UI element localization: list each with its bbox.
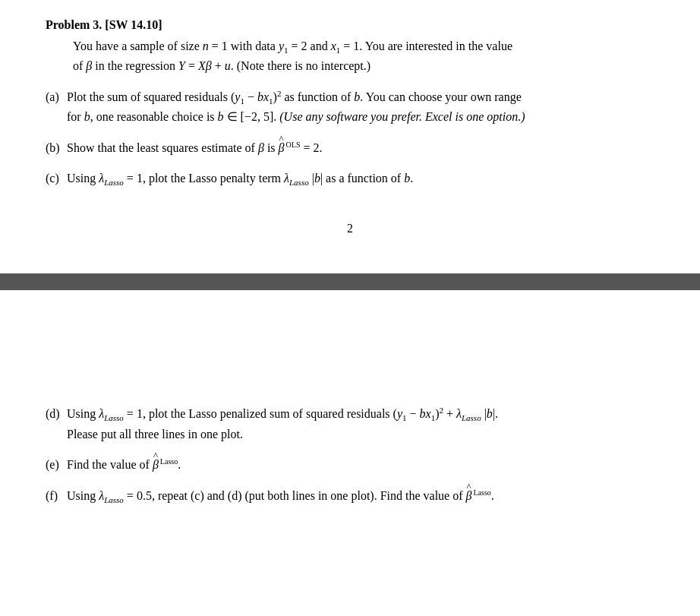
page-number: 2 (347, 222, 353, 235)
part-b: (b) Show that the least squares estimate… (46, 138, 654, 158)
part-d-content: Using λLasso = 1, plot the Lasso penaliz… (67, 404, 654, 444)
part-d: (d) Using λLasso = 1, plot the Lasso pen… (46, 404, 654, 444)
part-e-content: Find the value of β^ Lasso. (67, 455, 654, 475)
sw-ref: [SW 14.10] (105, 18, 162, 31)
part-c-label: (c) (46, 169, 67, 188)
part-b-label: (b) (46, 138, 67, 158)
problem-title-line: Problem 3. [SW 14.10] (46, 18, 654, 32)
top-section: Problem 3. [SW 14.10] You have a sample … (0, 0, 700, 266)
part-a-content: Plot the sum of squared residuals (y1 − … (67, 87, 654, 128)
intro-line2: of β in the regression Y = Xβ + u. (Note… (73, 59, 370, 72)
part-c-content: Using λLasso = 1, plot the Lasso penalty… (67, 169, 654, 188)
page-divider (0, 273, 700, 290)
part-e: (e) Find the value of β^ Lasso. (46, 455, 654, 475)
problem-number: Problem 3. (46, 18, 102, 31)
part-f-label: (f) (46, 486, 67, 506)
blank-area (46, 313, 654, 404)
part-c: (c) Using λLasso = 1, plot the Lasso pen… (46, 169, 654, 188)
part-a-label: (a) (46, 87, 67, 107)
part-f-content: Using λLasso = 0.5, repeat (c) and (d) (… (67, 486, 654, 506)
part-e-label: (e) (46, 455, 67, 475)
intro-line1: You have a sample of size n = 1 with dat… (73, 39, 512, 52)
part-f: (f) Using λLasso = 0.5, repeat (c) and (… (46, 486, 654, 506)
part-a: (a) Plot the sum of squared residuals (y… (46, 87, 654, 128)
page-number-area: 2 (46, 199, 654, 251)
intro-text: You have a sample of size n = 1 with dat… (73, 36, 654, 77)
part-b-content: Show that the least squares estimate of … (67, 138, 654, 158)
bottom-section: (d) Using λLasso = 1, plot the Lasso pen… (0, 298, 700, 535)
part-d-label: (d) (46, 404, 67, 424)
page: Problem 3. [SW 14.10] You have a sample … (0, 0, 700, 616)
